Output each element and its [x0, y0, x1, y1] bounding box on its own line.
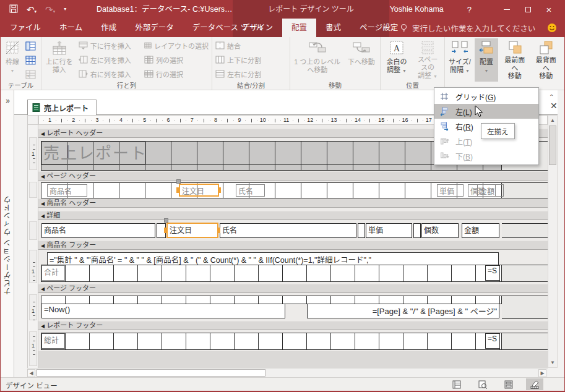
detail-field-amount[interactable]: 金額	[462, 223, 499, 238]
group-total-label[interactable]: 合計	[41, 265, 65, 281]
resize-handle[interactable]	[164, 228, 167, 233]
report-footer-grid[interactable]	[41, 333, 502, 350]
select-layout-button[interactable]: レイアウトの選択	[143, 38, 210, 53]
tab-create[interactable]: 作成	[92, 19, 126, 37]
tab-external-data[interactable]: 外部データ	[126, 19, 183, 37]
navigation-pane-collapsed[interactable]: » ナビゲーション ウィンドウ	[1, 90, 14, 377]
group-sum-textbox[interactable]: =S	[485, 265, 500, 281]
page-header-label-price[interactable]: 単価	[437, 184, 464, 197]
scroll-up-icon[interactable]: ▲	[548, 117, 557, 123]
section-bar-page-footer[interactable]: ◀ページ フッター	[38, 284, 548, 293]
collapse-ribbon-icon[interactable]: ⌃	[549, 93, 554, 100]
scroll-right-icon[interactable]: ▶	[538, 369, 546, 377]
align-button[interactable]: 配置 ▼	[475, 38, 498, 82]
close-document-icon[interactable]: ✕	[550, 101, 558, 110]
group-footer-grid[interactable]	[41, 265, 502, 282]
section-bar-group-footer[interactable]: ◀商品名 フッター	[38, 241, 548, 250]
resize-handle[interactable]	[176, 187, 179, 193]
design-view-button[interactable]	[526, 378, 543, 390]
select-column-button[interactable]: 列の選択	[143, 53, 210, 67]
tabular-layout-button[interactable]	[24, 54, 37, 66]
tab-file[interactable]: ファイル	[1, 19, 50, 37]
report-title-label[interactable]: 売上レポート	[41, 142, 146, 164]
group-footer-expression[interactable]: ="集計 " & "'商品名' = " & " " & [商品名] & " ("…	[47, 252, 499, 265]
tab-arrange[interactable]: 配置	[282, 19, 316, 37]
control-margins-button[interactable]: A 余白の 調整 ▼	[382, 38, 411, 82]
scroll-down-icon[interactable]: ▼	[548, 360, 557, 365]
feedback-smiley-icon[interactable]	[547, 23, 557, 35]
expand-nav-pane-icon[interactable]: »	[1, 96, 14, 105]
section-bar-detail[interactable]: ◀詳細	[38, 211, 548, 220]
save-icon[interactable]	[9, 4, 18, 14]
remove-layout-button[interactable]: x	[24, 68, 37, 80]
horizontal-scrollbar[interactable]: ◀ ▶	[27, 368, 548, 377]
split-horizontal-button[interactable]: 左右に分割	[214, 67, 262, 81]
detail-field-orderdate-selected[interactable]: 注文日	[166, 223, 218, 238]
bring-front-button[interactable]: 最前面へ 移動	[500, 38, 530, 82]
gridlines-button[interactable]: 枠線 ▼	[2, 38, 22, 82]
menu-item-grid[interactable]: グリッド(G)	[434, 89, 538, 104]
maximize-button[interactable]	[517, 0, 538, 19]
move-handle[interactable]	[164, 218, 168, 223]
ruler-corner[interactable]	[27, 115, 38, 125]
tab-format[interactable]: 書式	[316, 19, 350, 37]
move-up-button[interactable]: 1 つ上のレベル へ移動	[292, 38, 343, 82]
resize-handle[interactable]	[217, 228, 220, 233]
tab-design[interactable]: デザイン	[233, 19, 282, 37]
tell-me-box[interactable]: 実行したい作業を入力してください	[400, 19, 535, 37]
nav-pane-label: ナビゲーション ウィンドウ	[2, 195, 13, 294]
detail-field-product[interactable]: 商品名	[41, 223, 155, 238]
move-down-button[interactable]: 下へ移動	[345, 38, 378, 82]
detail-field-name[interactable]: 氏名	[220, 223, 356, 238]
page-footer-now-textbox[interactable]: =Now()	[41, 304, 285, 318]
report-sum-textbox[interactable]: =S	[485, 333, 500, 349]
page-header-label-name[interactable]: 氏名	[236, 184, 265, 197]
detail-empty-cell[interactable]	[358, 223, 365, 238]
close-button[interactable]: ×	[538, 0, 559, 19]
detail-empty-cell[interactable]	[413, 223, 421, 238]
detail-field-qty[interactable]: 個数	[421, 223, 459, 238]
vertical-ruler[interactable]: 1111	[27, 125, 38, 368]
account-name[interactable]: Yoshie Kohama	[390, 5, 444, 14]
horizontal-scroll-thumb[interactable]	[37, 369, 265, 377]
redo-icon[interactable]: ↷▾	[45, 5, 55, 14]
section-bar-page-header[interactable]: ◀ページ ヘッダー	[38, 171, 548, 181]
grand-total-label[interactable]: 総計	[41, 333, 65, 349]
menu-item-align-left[interactable]: 左(L)	[434, 104, 538, 119]
qat-customize-icon[interactable]: ▾	[64, 7, 66, 12]
detail-field-price[interactable]: 単価	[366, 223, 412, 238]
resize-handle[interactable]	[218, 187, 221, 193]
help-icon[interactable]: ?	[467, 5, 472, 14]
section-bar-report-footer[interactable]: ◀レポート フッター	[38, 321, 548, 330]
insert-right-button[interactable]: 右に列を挿入	[77, 67, 141, 81]
report-view-button[interactable]	[448, 378, 465, 390]
tab-page-setup[interactable]: ページ設定	[350, 19, 407, 37]
stacked-layout-button[interactable]	[24, 40, 37, 52]
vertical-scroll-thumb[interactable]	[549, 126, 556, 165]
page-footer-pagenum-textbox[interactable]: =[Page] & "/" & [Pages] & " ページ"	[307, 304, 499, 318]
insert-left-button[interactable]: 左に列を挿入	[77, 53, 141, 67]
page-header-label-orderdate-selected[interactable]: 注文日	[179, 184, 219, 197]
undo-icon[interactable]: ↶▾	[27, 5, 37, 14]
select-row-button[interactable]: 行の選択	[143, 67, 210, 81]
page-header-grid[interactable]	[41, 182, 502, 198]
move-handle[interactable]	[176, 179, 181, 184]
vertical-scrollbar[interactable]: ▲ ▼	[548, 115, 558, 368]
layout-view-button[interactable]	[500, 378, 517, 390]
scroll-left-icon[interactable]: ◀	[27, 369, 35, 377]
page-header-label-product[interactable]: 商品名	[47, 184, 87, 197]
send-back-button[interactable]: 最背面へ 移動	[531, 38, 561, 82]
insert-below-button[interactable]: 下に行を挿入	[77, 38, 141, 53]
insert-above-button[interactable]: 上に行を 挿入	[43, 38, 75, 82]
section-bar-group-header[interactable]: ◀商品名 ヘッダー	[38, 198, 548, 208]
control-padding-button[interactable]: スペースの 調整 ▼	[413, 38, 442, 82]
split-vertical-button[interactable]: 上下に分割	[214, 53, 262, 67]
page-header-label-amount[interactable]: 金額	[477, 184, 504, 197]
print-preview-button[interactable]	[474, 378, 491, 390]
merge-button[interactable]: 結合	[214, 38, 262, 53]
document-tab[interactable]: 売上レポート	[27, 100, 97, 115]
size-space-button[interactable]: サイズ/ 間隔 ▼	[447, 38, 473, 82]
minimize-button[interactable]	[496, 0, 517, 19]
page-footer-grid[interactable]	[41, 296, 502, 304]
tab-home[interactable]: ホーム	[50, 19, 92, 37]
